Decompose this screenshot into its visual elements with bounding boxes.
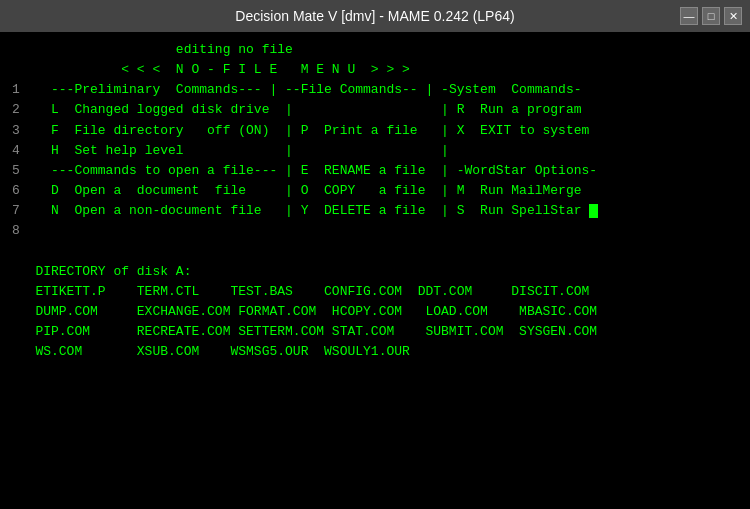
terminal-line-3: 3 F File directory off (ON) | P Print a … [12,121,738,141]
terminal-line-6: 6 D Open a document file | O COPY a file… [12,181,738,201]
terminal-dir-row2: DUMP.COM EXCHANGE.COM FORMAT.COM HCOPY.C… [12,302,738,322]
application-window: Decision Mate V [dmv] - MAME 0.242 (LP64… [0,0,750,509]
terminal-dir-row1: ETIKETT.P TERM.CTL TEST.BAS CONFIG.COM D… [12,282,738,302]
terminal-line-4: 4 H Set help level | | [12,141,738,161]
terminal-line-5: 5 ---Commands to open a file--- | E RENA… [12,161,738,181]
terminal-line-header2: < < < N O - F I L E M E N U > > > [12,60,738,80]
window-controls: — □ ✕ [680,7,742,25]
maximize-button[interactable]: □ [702,7,720,25]
terminal-line-7: 7 N Open a non-document file | Y DELETE … [12,201,738,221]
terminal-line-header1: editing no file [12,40,738,60]
terminal-dir-header: DIRECTORY of disk A: [12,262,738,282]
close-button[interactable]: ✕ [724,7,742,25]
terminal-line-1: 1 ---Preliminary Commands--- | --File Co… [12,80,738,100]
terminal-line-blank [12,241,738,261]
minimize-button[interactable]: — [680,7,698,25]
terminal-screen: editing no file < < < N O - F I L E M E … [0,32,750,509]
title-bar: Decision Mate V [dmv] - MAME 0.242 (LP64… [0,0,750,32]
terminal-line-8: 8 [12,221,738,241]
terminal-dir-row3: PIP.COM RECREATE.COM SETTERM.COM STAT.CO… [12,322,738,342]
terminal-dir-row4: WS.COM XSUB.COM WSMSG5.OUR WSOULY1.OUR [12,342,738,362]
window-title: Decision Mate V [dmv] - MAME 0.242 (LP64… [235,8,514,24]
terminal-line-2: 2 L Changed logged disk drive | | R Run … [12,100,738,120]
